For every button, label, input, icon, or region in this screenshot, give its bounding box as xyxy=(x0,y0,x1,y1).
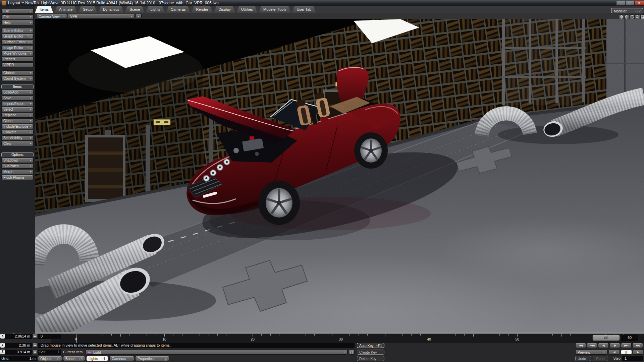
tab-dynamics[interactable]: Dynamics xyxy=(98,6,124,13)
maximize-viewport-icon[interactable] xyxy=(640,14,644,19)
minimize-button[interactable]: – xyxy=(616,1,625,6)
render-mode-dropdown[interactable]: VPR ▼ xyxy=(68,14,135,18)
sidebar-item-help[interactable]: Help▼ xyxy=(1,20,34,25)
current-frame-field[interactable]: 0 xyxy=(38,334,61,339)
sidebar-item-scene-editor[interactable]: Scene Editor▼ xyxy=(1,28,34,33)
lights-button[interactable]: Lights+L xyxy=(86,356,108,361)
prev-frame-button[interactable]: ◀|| xyxy=(598,343,609,348)
axis-value-x[interactable]: 2.8614 m xyxy=(5,334,32,339)
item-type-shortcut: p xyxy=(165,356,167,361)
sidebar-item-label: Set Visibility xyxy=(3,136,22,140)
viewport[interactable] xyxy=(35,19,644,332)
sidebar-item-save[interactable]: Save▼ xyxy=(1,96,34,101)
timeline-ruler[interactable]: 0102030405060 xyxy=(51,334,644,343)
go-end-button[interactable]: ▶▶| xyxy=(632,343,643,348)
item-info-button[interactable] xyxy=(349,350,355,355)
play-backward-button[interactable]: ◀ xyxy=(609,350,620,355)
prev-key-button[interactable]: +◀◀ xyxy=(587,343,597,348)
sidebar-item-more-windows[interactable]: More Windows▼ xyxy=(1,51,34,56)
cameras-button[interactable]: Cameras+C xyxy=(109,356,134,361)
sidebar-item-replace[interactable]: Replace▼ xyxy=(1,113,34,118)
sidebar-item-clone[interactable]: Clone▼ xyxy=(1,118,34,123)
step-field[interactable]: 1 xyxy=(622,356,643,361)
undo-button[interactable]: Undo u xyxy=(575,356,591,361)
modeler-button[interactable]: Modeler F12 xyxy=(611,8,643,13)
tab-animate[interactable]: Animate xyxy=(54,6,77,13)
end-frame-field[interactable]: 60 xyxy=(621,335,638,341)
sidebar-item-subpatch[interactable]: SubPatch▼ xyxy=(1,164,34,169)
sidebar-item-clear[interactable]: Clear▼ xyxy=(1,141,34,146)
go-start-button[interactable]: |◀◀ xyxy=(575,343,586,348)
ruler-tick xyxy=(552,334,553,336)
create-key-button[interactable]: Create Keyret xyxy=(357,350,384,355)
tab-render[interactable]: Render xyxy=(192,6,213,13)
close-button[interactable]: × xyxy=(634,1,644,6)
sidebar-item-globals[interactable]: Globals▼ xyxy=(1,70,34,75)
tab-setup[interactable]: Setup xyxy=(78,6,97,13)
ruler-tick xyxy=(306,334,306,336)
ruler-tick xyxy=(561,334,562,337)
sidebar-item-presets[interactable]: Presets xyxy=(1,57,34,62)
ruler-tick xyxy=(279,334,279,336)
auto-key-button[interactable]: Auto Key+F1 xyxy=(357,343,384,348)
sidebar-item-coord-system[interactable]: Coord System▼ xyxy=(1,76,34,81)
next-key-button[interactable]: ▶▶+ xyxy=(621,343,632,348)
tab-items[interactable]: Items xyxy=(35,6,53,13)
sidebar-item-load-add[interactable]: Load/Add▼ xyxy=(1,90,34,95)
tab-cameras[interactable]: Cameras xyxy=(166,6,191,13)
tab-scene[interactable]: Scene xyxy=(125,6,145,13)
sidebar-item-edit[interactable]: Edit▼ xyxy=(1,14,34,19)
sidebar-item-import-export[interactable]: Import/Export▼ xyxy=(1,101,34,106)
ruler-tick xyxy=(103,334,103,336)
sidebar-item-morph[interactable]: Morph▼ xyxy=(1,169,34,174)
sidebar-item-file[interactable]: File▼ xyxy=(1,9,34,14)
objects-button[interactable]: Objects+O xyxy=(38,356,62,361)
sidebar-item-flush-plugins[interactable]: Flush Plugins xyxy=(1,175,34,180)
maximize-button[interactable]: ▢ xyxy=(625,1,634,6)
sidebar-item-select[interactable]: Select▼ xyxy=(1,107,34,112)
sidebar-item-set-visibility[interactable]: Set Visibility▼ xyxy=(1,135,34,140)
sidebar-item-convert[interactable]: Convert▼ xyxy=(1,130,34,135)
bones-button[interactable]: Bones+B xyxy=(63,356,85,361)
properties-button[interactable]: Propertiesp xyxy=(135,356,169,361)
axis-value-z[interactable]: 3.914 m xyxy=(5,350,32,355)
chevron-down-icon: ▼ xyxy=(603,350,605,355)
axis-stepper-y[interactable]: ◀▶ xyxy=(33,343,37,348)
preview-dropdown[interactable]: Preview ▼ xyxy=(575,350,607,355)
tab-modeler-tools[interactable]: Modeler Tools xyxy=(259,6,291,13)
app-icon xyxy=(1,1,6,6)
sidebar-item-include-exclude[interactable]: Include/Exclude▼ xyxy=(1,124,34,129)
sidebar-item-label: Image Editor xyxy=(3,46,23,50)
axis-stepper-x[interactable]: ◀▶ xyxy=(33,334,37,339)
pan-icon[interactable] xyxy=(619,14,624,19)
ruler-tick xyxy=(420,334,421,336)
current-item-dropdown[interactable]: Light ▼ xyxy=(86,350,347,355)
sidebar-group-2: Globals▼Coord System▼ xyxy=(0,70,35,81)
sidebar-item-viper[interactable]: VIPER xyxy=(1,62,34,67)
redo-button[interactable]: Redo xyxy=(593,356,608,361)
sidebar-item-image-editor[interactable]: Image Editor^F4 xyxy=(1,45,34,50)
render-options-mini-dropdown[interactable]: ▼ xyxy=(136,14,142,18)
shortcut-label: ^F3 xyxy=(26,40,32,44)
move-icon[interactable] xyxy=(624,14,629,19)
sidebar-item-surface-editor[interactable]: Surface Editor^F3 xyxy=(1,40,34,45)
ruler-tick xyxy=(526,334,526,336)
sidebar-item-graph-editor[interactable]: Graph Editor^F2 xyxy=(1,34,34,39)
delete-key-button[interactable]: Delete Keydel xyxy=(357,356,384,361)
dropdown-arrow-icon: ▼ xyxy=(30,76,32,81)
rotate-icon[interactable] xyxy=(630,14,635,19)
timeline-slider-thumb[interactable]: 60 xyxy=(592,335,620,341)
next-frame-button[interactable]: ||▶ xyxy=(609,343,620,348)
axis-value-y[interactable]: 2.38 m xyxy=(5,343,32,348)
sidebar-item-shadows[interactable]: Shadows▼ xyxy=(1,158,34,163)
axis-stepper-z[interactable]: ◀▶ xyxy=(33,350,37,354)
dropdown-arrow-icon: ▼ xyxy=(30,113,32,117)
tab-user-tab[interactable]: User Tab xyxy=(292,6,316,13)
tab-utilities[interactable]: Utilities xyxy=(236,6,258,13)
zoom-icon[interactable] xyxy=(635,14,640,19)
tab-display[interactable]: Display xyxy=(214,6,235,13)
view-type-dropdown[interactable]: Camera View ▼ xyxy=(36,14,67,18)
tab-lights[interactable]: Lights xyxy=(146,6,165,13)
play-forward-button[interactable]: ▶ xyxy=(633,350,643,355)
pause-button[interactable]: II xyxy=(621,350,632,355)
